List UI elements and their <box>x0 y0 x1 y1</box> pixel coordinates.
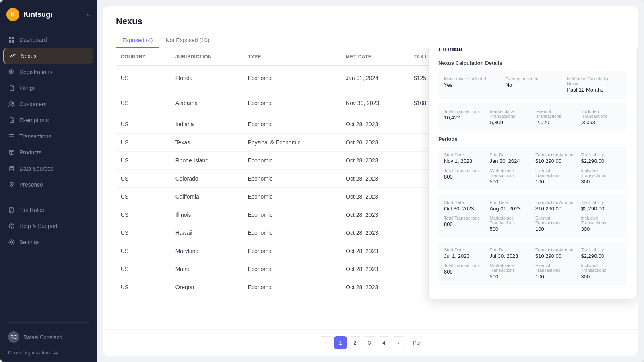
svg-point-17 <box>12 228 12 228</box>
total-transactions-field: Total Transactions 10,422 <box>444 109 484 125</box>
cell-jurisdiction: Florida <box>171 66 243 90</box>
period-total-transactions: Total Transactions 800 <box>444 168 485 185</box>
page-header: Nexus Exposed (4) Not Exposed (10) <box>103 6 638 48</box>
cell-country: US <box>116 260 171 278</box>
org-switcher[interactable]: Demo Organization <box>3 347 93 359</box>
page-1-button[interactable]: 1 <box>334 336 347 349</box>
box-icon <box>8 149 15 156</box>
cell-met-date: Oct 28, 2023 <box>341 224 409 242</box>
page-3-button[interactable]: 3 <box>363 336 376 349</box>
sidebar-label-registrations: Registrations <box>19 69 52 75</box>
logo-area: K Kintsugi « <box>0 0 97 29</box>
sidebar-item-presence[interactable]: Presence <box>3 177 93 192</box>
tabs: Exposed (4) Not Exposed (10) <box>116 33 625 48</box>
period-included-transactions: Included Transactions 300 <box>581 168 622 185</box>
collapse-button[interactable]: « <box>87 11 90 18</box>
tab-not-exposed[interactable]: Not Exposed (10) <box>159 33 216 48</box>
sidebar-item-dashboard[interactable]: Dashboard <box>3 32 93 47</box>
method-label: Method of Calculating Nexus <box>567 76 622 86</box>
cell-type: Economic <box>243 66 341 90</box>
sidebar-item-filings[interactable]: Filings <box>3 80 93 96</box>
avatar: RC <box>8 331 19 343</box>
col-type: TYPE <box>243 48 341 66</box>
period-exempt-transactions: Exempt Transactions 100 <box>535 216 576 232</box>
cell-type: Economic <box>243 115 341 134</box>
per-page-label: Per <box>413 340 421 346</box>
sidebar-label-filings: Filings <box>19 85 35 91</box>
detail-panel: Florida Florida Nexus Calculation Detail… <box>428 48 638 299</box>
total-transactions-label: Total Transactions <box>444 109 484 114</box>
total-transactions-value: 10,422 <box>444 115 484 121</box>
sidebar-item-nexus[interactable]: Nexus <box>3 48 93 64</box>
table-area: COUNTRY JURISDICTION TYPE MET DATE TAX L… <box>103 48 638 329</box>
users-icon <box>8 101 15 108</box>
cell-country: US <box>116 152 171 170</box>
sidebar-item-data-sources[interactable]: Data Sources <box>3 161 93 176</box>
sidebar-user-section: RC Rafael Copeland Demo Organization <box>0 314 97 362</box>
sidebar-label-presence: Presence <box>19 181 43 188</box>
sidebar-label-dashboard: Dashboard <box>19 37 47 43</box>
periods-section: Periods Start Date Nov 1, 2023 End Date … <box>438 136 627 285</box>
marketplace-transactions-label: Marketplace Transactions <box>490 109 530 119</box>
calc-grid-1: Marketplace Included Yes Exempt Included… <box>438 71 627 99</box>
sidebar-label-nexus: Nexus <box>21 53 37 59</box>
prev-page-button[interactable]: ‹ <box>320 336 332 349</box>
page-4-button[interactable]: 4 <box>378 336 390 349</box>
method-value: Past 12 Months <box>567 87 622 93</box>
settings-plus-icon <box>8 68 15 76</box>
svg-rect-1 <box>12 37 14 39</box>
cell-jurisdiction: Rhode Island <box>171 152 243 170</box>
period-tax-liability: Tax Liability $2,290.00 <box>581 200 622 212</box>
period-tax-liability: Tax Liability $2,290.00 <box>581 247 622 259</box>
exempt-transactions-value: 2,020 <box>536 119 576 125</box>
grid-icon <box>8 36 15 43</box>
sidebar-item-exemptions[interactable]: Exemptions <box>3 113 93 128</box>
sidebar-item-customers[interactable]: Customers <box>3 97 93 112</box>
sidebar-item-help-support[interactable]: Help & Support <box>3 218 93 234</box>
marketplace-included-field: Marketplace Included Yes <box>444 76 499 93</box>
cell-met-date: Oct 28, 2023 <box>341 115 409 134</box>
svg-point-7 <box>10 102 12 104</box>
cell-met-date: Oct 20, 2023 <box>341 134 409 152</box>
sidebar-item-settings[interactable]: Settings <box>3 234 93 250</box>
cell-jurisdiction: Maryland <box>171 242 243 260</box>
page-2-button[interactable]: 2 <box>349 336 361 349</box>
cell-met-date: Oct 28, 2023 <box>341 242 409 260</box>
period-transaction-amount: Transaction Amount $10,290.00 <box>535 247 576 259</box>
exempt-included-value: No <box>506 82 561 88</box>
period-end-date: End Date Jan 30, 2024 <box>490 152 531 164</box>
period-card: Start Date Nov 1, 2023 End Date Jan 30, … <box>438 147 627 190</box>
included-transactions-field: Included Transactions 3,093 <box>582 109 622 125</box>
marketplace-included-value: Yes <box>444 82 499 88</box>
sidebar-item-registrations[interactable]: Registrations <box>3 64 93 80</box>
next-page-button[interactable]: › <box>392 336 405 349</box>
marketplace-transactions-field: Marketplace Transactions 5,309 <box>490 109 530 125</box>
gear-icon <box>8 239 15 246</box>
sidebar-item-tax-rules[interactable]: Tax Rules <box>3 202 93 218</box>
chart-icon <box>9 52 17 60</box>
svg-rect-3 <box>12 40 14 43</box>
cell-type: Economic <box>243 260 341 278</box>
periods-title: Periods <box>438 136 627 142</box>
main-content: Nexus Exposed (4) Not Exposed (10) COUNT… <box>103 6 638 356</box>
cell-jurisdiction: Colorado <box>171 170 243 188</box>
period-exempt-transactions: Exempt Transactions 100 <box>535 263 576 280</box>
sidebar-item-transactions[interactable]: Transactions <box>3 129 93 144</box>
period-card: Start Date Oct 30, 2023 End Date Aug 01,… <box>438 194 627 238</box>
cell-jurisdiction: California <box>171 188 243 206</box>
cell-type: Physical & Economic <box>243 134 341 152</box>
cell-jurisdiction: Maine <box>171 260 243 278</box>
sidebar-bottom-section: Tax Rules Help & Support Settings <box>0 202 97 250</box>
period-total-transactions: Total Transactions 800 <box>444 263 485 280</box>
period-card: Start Date Jul 1, 2023 End Date Jul 30, … <box>438 242 627 285</box>
tab-exposed[interactable]: Exposed (4) <box>116 33 159 48</box>
sidebar-label-data-sources: Data Sources <box>19 165 54 172</box>
cell-country: US <box>116 206 171 224</box>
sidebar-nav: Dashboard Nexus Registrations <box>0 29 97 314</box>
period-transaction-amount: Transaction Amount $10,290.00 <box>535 152 576 164</box>
cell-country: US <box>116 90 171 115</box>
user-profile[interactable]: RC Rafael Copeland <box>3 327 93 347</box>
svg-rect-11 <box>9 138 14 138</box>
sidebar-item-products[interactable]: Products <box>3 145 93 160</box>
period-end-date: End Date Aug 01, 2023 <box>490 200 531 212</box>
